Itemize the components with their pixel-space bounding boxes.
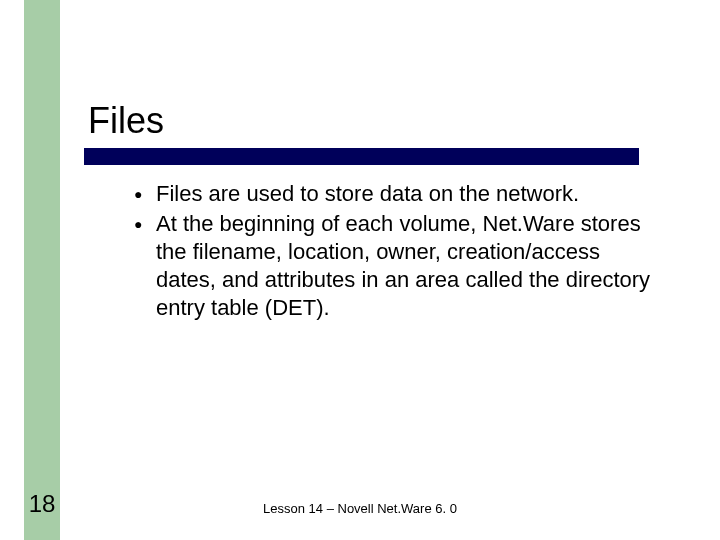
title-underline <box>84 148 639 165</box>
bullet-icon: ● <box>132 180 156 208</box>
accent-bar <box>24 0 60 540</box>
bullet-text: Files are used to store data on the netw… <box>156 180 662 208</box>
bullet-text: At the beginning of each volume, Net.War… <box>156 210 662 322</box>
slide-title: Files <box>88 100 164 142</box>
footer-text: Lesson 14 – Novell Net.Ware 6. 0 <box>0 501 720 516</box>
slide-content: ● Files are used to store data on the ne… <box>132 180 662 324</box>
bullet-icon: ● <box>132 210 156 238</box>
list-item: ● At the beginning of each volume, Net.W… <box>132 210 662 322</box>
list-item: ● Files are used to store data on the ne… <box>132 180 662 208</box>
